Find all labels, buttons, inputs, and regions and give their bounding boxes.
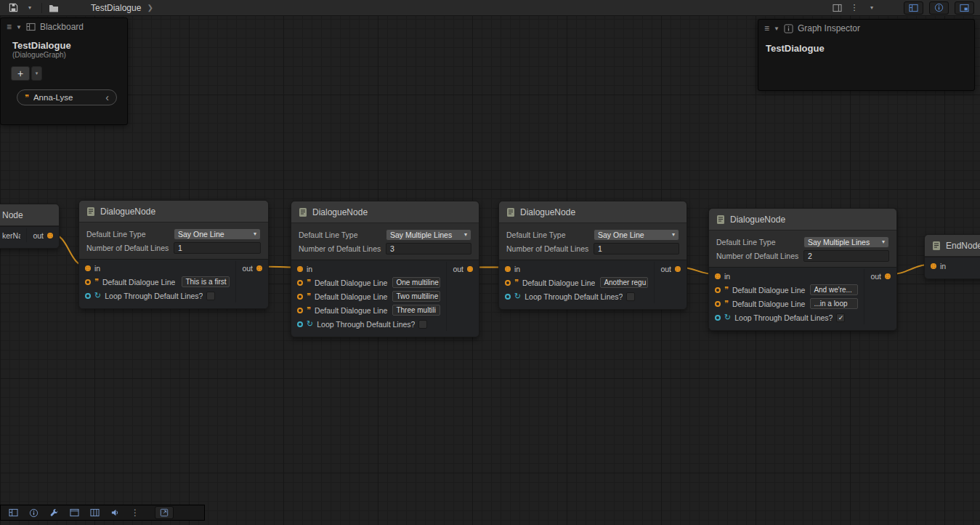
toggle-graph-inspector-button[interactable] <box>929 1 949 15</box>
node-dialogue[interactable]: DialogueNodeDefault Line TypeSay One Lin… <box>498 201 687 310</box>
node-title-bar[interactable]: Node <box>0 204 59 226</box>
port-dot[interactable] <box>715 301 721 307</box>
node-title-bar[interactable]: DialogueNode <box>79 201 268 223</box>
blackboard-graph-type: (DialogueGraph) <box>1 51 127 59</box>
port-dot[interactable] <box>467 266 473 272</box>
blackboard-panel-button[interactable] <box>4 506 23 519</box>
dropdown-value: Say Multiple Lines <box>808 238 880 247</box>
line-type-dropdown[interactable]: Say One Line▾ <box>594 229 679 241</box>
line-type-dropdown[interactable]: Say Multiple Lines▾ <box>803 236 889 248</box>
port-dot[interactable] <box>715 273 721 279</box>
open-asset-button[interactable] <box>46 1 61 15</box>
port-dot[interactable] <box>931 263 936 269</box>
node-title-bar[interactable]: DialogueNode <box>291 201 479 223</box>
port-dot[interactable] <box>715 287 721 293</box>
script-icon <box>506 207 516 217</box>
port-dot[interactable] <box>297 280 303 286</box>
port-dot[interactable] <box>47 233 53 239</box>
folder-icon <box>49 4 59 12</box>
dialogue-line-input[interactable]: Two multiline <box>392 291 440 302</box>
input-port-row: in <box>925 259 980 273</box>
blackboard-icon <box>909 4 918 12</box>
port-dot[interactable] <box>297 321 303 327</box>
port-dot[interactable] <box>256 265 262 271</box>
breadcrumb[interactable]: TestDialogue ❯ <box>85 0 159 16</box>
expand-button[interactable] <box>155 506 174 519</box>
add-property-button[interactable]: + <box>11 66 30 81</box>
port-dot[interactable] <box>85 293 91 299</box>
graph-inspector-panel[interactable]: ≡ ▼ Graph Inspector TestDialogue <box>758 19 975 91</box>
blackboard-field-anna-lyse[interactable]: ❞ Anna-Lyse ‹ <box>17 89 117 105</box>
port-dot[interactable] <box>297 294 303 300</box>
layout-panels-button[interactable] <box>830 1 844 15</box>
line-type-dropdown[interactable]: Say Multiple Lines▾ <box>386 229 471 241</box>
node-ports: in❞Default Dialogue LineThis is a first↻… <box>79 259 268 308</box>
output-port-row: out <box>447 262 479 276</box>
dialogue-line-input[interactable]: Three multili <box>392 305 440 316</box>
node-partial[interactable]: NodekerNameout <box>0 204 60 249</box>
port-dot[interactable] <box>85 279 91 285</box>
tools-button[interactable] <box>44 506 63 519</box>
property-row: Default Line TypeSay One Line▾ <box>499 228 687 241</box>
chevron-left-icon[interactable]: ‹ <box>105 92 109 103</box>
port-dot[interactable] <box>505 294 511 300</box>
node-dialogue[interactable]: DialogueNodeDefault Line TypeSay Multipl… <box>708 208 897 331</box>
window-button[interactable] <box>65 506 84 519</box>
dialogue-line-input[interactable]: And we're... <box>810 284 858 295</box>
port-dot[interactable] <box>505 266 511 272</box>
more-menu-button[interactable]: ⋮ <box>126 506 145 519</box>
dialogue-line-input[interactable]: Another regu <box>600 277 648 288</box>
property-label: Number of Default Lines <box>299 244 386 253</box>
loop-checkbox[interactable] <box>206 292 215 300</box>
graph-inspector-header[interactable]: ≡ ▼ Graph Inspector <box>758 20 974 37</box>
dialogue-preview-button[interactable] <box>105 506 124 519</box>
add-property-dropdown-button[interactable]: ▾ <box>31 66 42 81</box>
blackboard-panel[interactable]: ≡ ▼ Blackboard TestDialogue (DialogueGra… <box>0 17 128 125</box>
line-type-dropdown[interactable]: Say One Line▾ <box>174 228 261 240</box>
collapse-triangle-icon[interactable]: ▼ <box>774 25 779 32</box>
number-of-lines-input[interactable]: 1 <box>174 242 261 254</box>
port-dot[interactable] <box>675 266 681 272</box>
save-icon <box>9 3 18 12</box>
blackboard-field-name[interactable]: Anna-Lyse <box>33 93 101 102</box>
script-icon <box>298 207 308 217</box>
port-dot[interactable] <box>505 280 511 286</box>
menu-dropdown-button[interactable]: ▾ <box>864 1 879 15</box>
hamburger-icon[interactable]: ≡ <box>7 22 12 32</box>
dialogue-line-input[interactable]: ...in a loop <box>810 298 858 309</box>
node-title: Node <box>2 210 23 220</box>
dialogue-line-input[interactable]: One multiline <box>392 277 440 288</box>
loop-checkbox[interactable]: ✓ <box>836 313 845 322</box>
node-dialogue[interactable]: DialogueNodeDefault Line TypeSay Multipl… <box>291 201 479 337</box>
loop-checkbox[interactable] <box>418 320 427 329</box>
save-button[interactable] <box>6 1 20 15</box>
property-label: Number of Default Lines <box>86 244 174 252</box>
port-dot[interactable] <box>885 273 891 279</box>
node-end[interactable]: EndNodein <box>924 234 980 279</box>
save-dropdown-button[interactable]: ▾ <box>23 1 37 15</box>
number-of-lines-input[interactable]: 1 <box>594 243 679 255</box>
blackboard-header[interactable]: ≡ ▼ Blackboard <box>1 18 127 36</box>
property-label: Default Line Type <box>506 231 594 239</box>
collapse-triangle-icon[interactable]: ▼ <box>16 24 22 31</box>
output-ports-column: out <box>235 261 268 302</box>
port-dot[interactable] <box>85 265 91 271</box>
number-of-lines-input[interactable]: 2 <box>803 250 889 262</box>
hamburger-icon[interactable]: ≡ <box>764 23 769 33</box>
breadcrumb-graph-name[interactable]: TestDialogue <box>91 3 141 13</box>
node-title-bar[interactable]: DialogueNode <box>499 201 687 223</box>
toggle-minimap-button[interactable] <box>955 1 974 15</box>
loop-checkbox[interactable] <box>626 292 635 301</box>
number-of-lines-input[interactable]: 3 <box>386 243 471 255</box>
dialogue-line-input[interactable]: This is a first <box>182 276 230 287</box>
node-title-bar[interactable]: DialogueNode <box>709 209 896 231</box>
toggle-blackboard-button[interactable] <box>904 1 923 15</box>
node-title-bar[interactable]: EndNode <box>925 235 980 257</box>
inspector-panel-button[interactable] <box>24 506 43 519</box>
port-dot[interactable] <box>297 308 303 313</box>
more-menu-button[interactable]: ⋮ <box>847 1 862 15</box>
port-dot[interactable] <box>297 266 303 272</box>
columns-button[interactable] <box>85 506 104 519</box>
node-dialogue[interactable]: DialogueNodeDefault Line TypeSay One Lin… <box>78 200 269 309</box>
port-dot[interactable] <box>715 315 721 321</box>
